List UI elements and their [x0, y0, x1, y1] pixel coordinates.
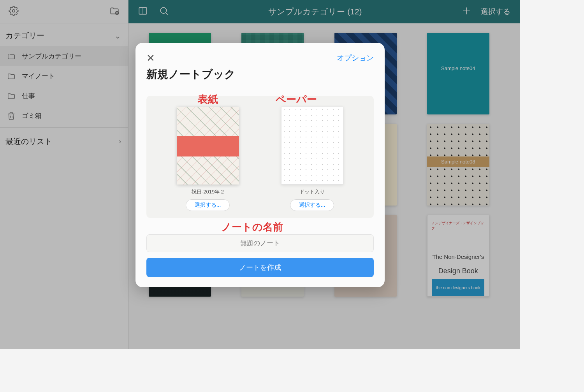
create-notebook-button[interactable]: ノートを作成 [146, 258, 374, 277]
paper-picker: ドット入り 選択する... [281, 107, 343, 211]
picker-row: 祝日-2019年 2 選択する... ドット入り 選択する... [146, 96, 374, 218]
select-paper-button[interactable]: 選択する... [290, 199, 334, 211]
annotation-name: ノートの名前 [221, 220, 283, 234]
paper-name: ドット入り [299, 188, 325, 195]
cover-picker: 祝日-2019年 2 選択する... [177, 107, 239, 211]
options-button[interactable]: オプション [337, 53, 374, 63]
select-cover-button[interactable]: 選択する... [186, 199, 230, 211]
notebook-name-input[interactable] [146, 234, 374, 252]
cover-name: 祝日-2019年 2 [192, 188, 224, 195]
paper-preview[interactable] [281, 107, 343, 185]
cover-preview[interactable] [177, 107, 239, 185]
close-icon[interactable]: ✕ [146, 53, 155, 63]
modal-overlay[interactable]: ✕ オプション 新規ノートブック 表紙 ペーパー ノートの名前 祝日-2019年… [0, 0, 520, 349]
modal-title: 新規ノートブック [146, 67, 374, 82]
new-notebook-modal: ✕ オプション 新規ノートブック 表紙 ペーパー ノートの名前 祝日-2019年… [135, 43, 385, 287]
